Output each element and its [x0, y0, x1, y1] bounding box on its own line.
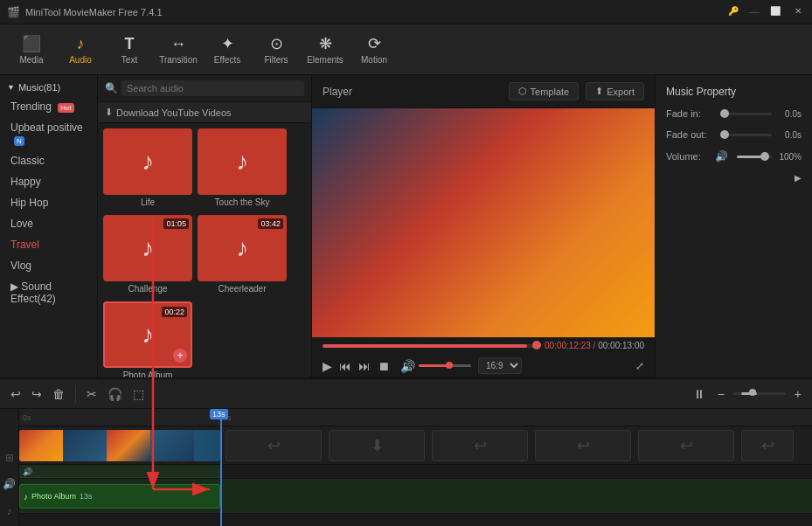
duration-cheerleader: 03:42	[258, 218, 283, 229]
download-youtube[interactable]: ⬇ Download YouTube Videos	[98, 102, 311, 123]
volume-dot[interactable]	[446, 362, 453, 369]
timeline-ruler: 0s 13s	[19, 409, 812, 426]
fullscreen-button[interactable]: ⤢	[635, 360, 644, 372]
sidebar-item-travel[interactable]: Travel	[0, 234, 97, 255]
toolbar-elements[interactable]: ❋ Elements	[301, 28, 350, 72]
media-label: Media	[19, 55, 43, 65]
sidebar-item-classic[interactable]: Classic	[0, 150, 97, 171]
aspect-ratio-select[interactable]: 16:9 4:3 1:1	[478, 357, 522, 374]
sidebar-item-trending[interactable]: Trending Hot	[0, 96, 97, 117]
template-button[interactable]: ⬡ Template	[509, 82, 580, 100]
cut-button[interactable]: ✂	[83, 387, 101, 401]
zoom-in-button[interactable]: +	[791, 387, 805, 401]
timeline-toolbar: ↩ ↪ 🗑 ✂ 🎧 ⬚ ⏸ − +	[0, 379, 812, 409]
fade-in-dot[interactable]	[720, 109, 729, 118]
music-note-track-icon: ♪	[24, 492, 28, 502]
timeline-playhead[interactable]	[220, 409, 222, 526]
toolbar-media[interactable]: ⬛ Media	[7, 28, 56, 72]
video-clip-thumb2	[63, 430, 107, 461]
sidebar-item-hiphop[interactable]: Hip Hop	[0, 192, 97, 213]
music-clip[interactable]: ♪ Photo Album 13s	[19, 484, 220, 509]
music-section-header[interactable]: ▼ Music(81)	[0, 79, 97, 96]
play-button[interactable]: ▶	[323, 359, 332, 373]
label-cheerleader: Cheerleader	[198, 281, 287, 296]
main-content: ▼ Music(81) Trending Hot Upbeat positive…	[0, 75, 812, 377]
redo-button[interactable]: ↪	[28, 387, 45, 401]
toolbar-effects[interactable]: ✦ Effects	[203, 28, 252, 72]
toolbar-text[interactable]: T Text	[105, 28, 154, 72]
music-note-icon5: ♪	[142, 321, 154, 349]
crop-button[interactable]: ⬚	[129, 387, 148, 401]
elements-label: Elements	[307, 55, 344, 65]
video-clip[interactable]	[19, 430, 220, 461]
player-header: Player ⬡ Template ⬆ Export	[312, 75, 655, 108]
volume-prop-dot[interactable]	[760, 152, 769, 161]
undo-button[interactable]: ↩	[7, 387, 24, 401]
fade-out-slider[interactable]	[720, 134, 772, 136]
delete-button[interactable]: 🗑	[49, 387, 68, 401]
thumb-photoalbum[interactable]: ♪ 00:22 +	[103, 301, 192, 368]
headphones-button[interactable]: 🎧	[104, 387, 126, 401]
media-card-photoalbum[interactable]: ♪ 00:22 + Photo Album	[103, 301, 192, 377]
fade-out-label: Fade out:	[666, 129, 715, 140]
volume-icon[interactable]: 🔊	[400, 359, 415, 373]
zoom-dot[interactable]	[749, 389, 756, 396]
export-button[interactable]: ⬆ Export	[586, 82, 644, 100]
volume-prop-slider[interactable]	[737, 156, 772, 158]
transition-icon: ↔	[170, 35, 186, 53]
thumb-cheerleader[interactable]: ♪ 03:42	[198, 215, 287, 281]
sidebar-item-happy[interactable]: Happy	[0, 171, 97, 192]
progress-bar[interactable]	[323, 344, 538, 348]
placeholder-clip3: ↩	[432, 430, 528, 461]
download-label: Download YouTube Videos	[116, 107, 232, 118]
media-card-life[interactable]: ♪ Life	[103, 128, 192, 210]
volume-bar[interactable]	[419, 364, 471, 367]
prev-frame-button[interactable]: ⏮	[339, 359, 351, 373]
toolbar-transition[interactable]: ↔ Transition	[154, 28, 203, 72]
placeholder-clip6: ↩	[741, 430, 794, 461]
stop-button[interactable]: ⏹	[378, 359, 390, 373]
template-label: Template	[531, 87, 570, 97]
sidebar-item-upbeat[interactable]: Upbeat positive N	[0, 117, 97, 150]
split-button[interactable]: ⏸	[690, 387, 709, 401]
progress-dot[interactable]	[532, 341, 541, 350]
label-photoalbum: Photo Album	[103, 368, 192, 377]
video-track-row: ↩ ⬇ ↩ ↩ ↩ ↩	[19, 426, 812, 465]
toolbar-motion[interactable]: ⟳ Motion	[350, 28, 399, 72]
close-button[interactable]: ✕	[791, 6, 805, 18]
sidebar-item-soundeffect[interactable]: ▶ Sound Effect(42)	[0, 276, 97, 309]
fade-out-dot[interactable]	[720, 130, 729, 139]
media-card-cheerleader[interactable]: ♪ 03:42 Cheerleader	[198, 215, 287, 296]
media-card-challenge[interactable]: ♪ 01:05 Challenge	[103, 215, 192, 296]
thumb-touch[interactable]: ♪	[198, 128, 287, 195]
thumb-challenge[interactable]: ♪ 01:05	[103, 215, 192, 281]
toolbar-filters[interactable]: ⊙ Filters	[252, 28, 301, 72]
music-note-icon2: ♪	[236, 148, 248, 176]
next-frame-button[interactable]: ⏭	[358, 359, 371, 373]
zoom-slider[interactable]	[733, 392, 786, 395]
fade-in-value: 0.0s	[777, 109, 802, 119]
search-input[interactable]	[121, 80, 304, 96]
media-card-touch[interactable]: ♪ Touch the Sky	[198, 128, 287, 210]
collapse-panel-button[interactable]: ▶	[795, 173, 802, 183]
sidebar-item-love[interactable]: Love	[0, 213, 97, 234]
right-panel: Music Property Fade in: 0.0s Fade out: 0…	[655, 75, 812, 377]
thumb-life[interactable]: ♪	[103, 128, 192, 195]
placeholder-icon5: ↩	[680, 436, 693, 455]
minimize-icon[interactable]: 🔑	[725, 6, 742, 18]
add-button[interactable]: +	[173, 349, 187, 363]
toolbar-audio[interactable]: ♪ Audio	[56, 28, 105, 72]
placeholder-clip1: ↩	[226, 430, 322, 461]
love-label: Love	[10, 218, 33, 230]
fade-in-slider[interactable]	[720, 113, 772, 115]
trending-label: Trending	[10, 100, 52, 113]
effects-label: Effects	[214, 55, 240, 65]
happy-label: Happy	[10, 176, 41, 188]
label-life: Life	[103, 195, 192, 210]
sidebar: ▼ Music(81) Trending Hot Upbeat positive…	[0, 75, 98, 377]
duration-challenge: 01:05	[163, 218, 189, 229]
sidebar-item-vlog[interactable]: Vlog	[0, 255, 97, 276]
filters-label: Filters	[264, 55, 288, 65]
zoom-out-button[interactable]: −	[714, 387, 728, 401]
restore-button[interactable]: ⬜	[767, 6, 784, 18]
